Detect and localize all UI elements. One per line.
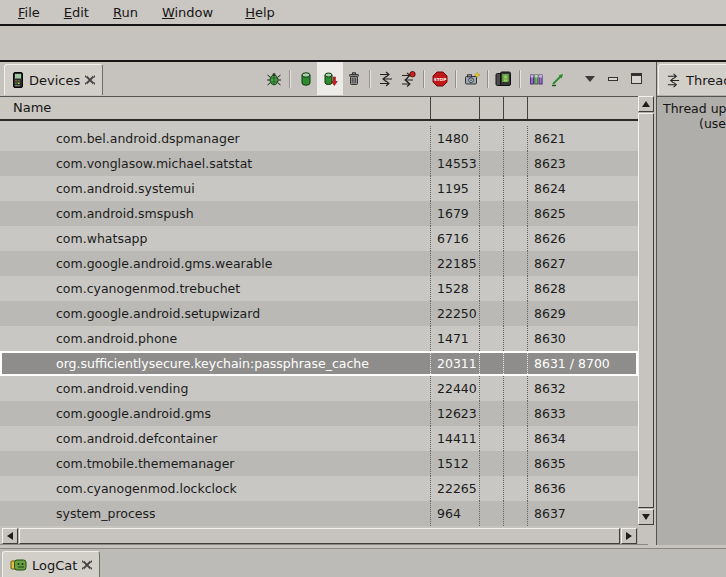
process-spacer-cell bbox=[479, 476, 503, 501]
column-header-port[interactable] bbox=[527, 97, 638, 119]
view-menu-icon bbox=[585, 76, 595, 82]
process-spacer-cell bbox=[503, 476, 527, 501]
process-pid-cell: 22185 bbox=[430, 251, 479, 276]
device-table-body: com.bel.android.dspmanager 1480 8621 com… bbox=[0, 121, 638, 526]
tab-logcat-label: LogCat bbox=[32, 558, 77, 573]
close-icon[interactable] bbox=[82, 560, 92, 570]
table-row[interactable]: system_process 964 8637 bbox=[0, 501, 638, 526]
screen-capture-button[interactable] bbox=[461, 66, 483, 92]
toolbar-separator bbox=[369, 70, 371, 88]
table-row[interactable]: com.android.vending 22440 8632 bbox=[0, 376, 638, 401]
empty-toolbar-strip bbox=[0, 28, 726, 60]
table-row[interactable]: com.android.defcontainer 14411 8634 bbox=[0, 426, 638, 451]
process-name: com.android.vending bbox=[56, 381, 188, 396]
table-row[interactable]: com.bel.android.dspmanager 1480 8621 bbox=[0, 126, 638, 151]
table-row[interactable]: com.whatsapp 6716 8626 bbox=[0, 226, 638, 251]
tab-logcat[interactable]: LogCat bbox=[2, 551, 100, 577]
maximize-button[interactable] bbox=[629, 66, 643, 92]
process-spacer-cell bbox=[479, 401, 503, 426]
menu-run[interactable]: Run bbox=[105, 3, 146, 22]
process-port: 8625 bbox=[534, 206, 566, 221]
column-header-name-label: Name bbox=[13, 100, 51, 115]
start-tracing-button[interactable] bbox=[547, 66, 569, 92]
debug-process-button[interactable] bbox=[263, 66, 285, 92]
process-pid-cell: 964 bbox=[430, 501, 479, 526]
table-row[interactable]: com.android.systemui 1195 8624 bbox=[0, 176, 638, 201]
process-spacer-cell bbox=[503, 126, 527, 151]
scroll-down-button[interactable] bbox=[638, 509, 654, 525]
cause-gc-button[interactable] bbox=[343, 66, 365, 92]
update-threads-button[interactable] bbox=[375, 66, 397, 92]
dump-hprof-button[interactable] bbox=[317, 62, 343, 95]
process-port-cell: 8635 bbox=[527, 451, 638, 476]
process-spacer-cell bbox=[479, 226, 503, 251]
process-port: 8636 bbox=[534, 481, 566, 496]
table-row[interactable]: com.android.phone 1471 8630 bbox=[0, 326, 638, 351]
process-name-cell: com.google.android.setupwizard bbox=[0, 301, 430, 326]
menu-window[interactable]: Window bbox=[154, 3, 221, 22]
table-row[interactable]: com.cyanogenmod.lockclock 22265 8636 bbox=[0, 476, 638, 501]
process-pid: 1480 bbox=[437, 131, 469, 146]
table-row[interactable]: com.google.android.setupwizard 22250 862… bbox=[0, 301, 638, 326]
method-profiling-icon bbox=[400, 71, 416, 87]
scroll-left-button[interactable] bbox=[2, 528, 18, 544]
table-row[interactable]: com.tmobile.thememanager 1512 8635 bbox=[0, 451, 638, 476]
column-header-pid[interactable] bbox=[430, 97, 479, 119]
process-pid-cell: 1512 bbox=[430, 451, 479, 476]
phone-icon bbox=[12, 72, 24, 88]
column-header-spacer2[interactable] bbox=[503, 97, 527, 119]
process-port-cell: 8633 bbox=[527, 401, 638, 426]
process-spacer-cell bbox=[503, 301, 527, 326]
tab-threads[interactable]: Threads bbox=[658, 64, 726, 95]
table-row[interactable]: com.google.android.gms.wearable 22185 86… bbox=[0, 251, 638, 276]
process-spacer-cell bbox=[503, 251, 527, 276]
stop-process-button[interactable]: STOP bbox=[429, 66, 451, 92]
ddms-window: File Edit Run Window Help Devices bbox=[0, 0, 726, 577]
column-header-spacer1[interactable] bbox=[479, 97, 503, 119]
process-name: com.android.defcontainer bbox=[56, 431, 217, 446]
close-icon[interactable] bbox=[85, 75, 95, 85]
menu-file[interactable]: File bbox=[10, 3, 48, 22]
process-port: 8626 bbox=[534, 231, 566, 246]
process-spacer-cell bbox=[503, 201, 527, 226]
table-row[interactable]: org.sufficientlysecure.keychain:passphra… bbox=[0, 351, 638, 376]
threads-message-line2: (use toolbar button to enable) bbox=[699, 116, 726, 131]
process-port: 8624 bbox=[534, 181, 566, 196]
column-header-name[interactable]: Name bbox=[0, 97, 430, 119]
trash-icon bbox=[346, 71, 362, 87]
process-port-cell: 8629 bbox=[527, 301, 638, 326]
scroll-right-button[interactable] bbox=[621, 528, 637, 544]
ui-hierarchy-button[interactable] bbox=[493, 66, 515, 92]
table-header: Name bbox=[0, 96, 638, 121]
table-row[interactable]: com.vonglasow.michael.satstat 14553 8623 bbox=[0, 151, 638, 176]
menu-edit[interactable]: Edit bbox=[56, 3, 97, 22]
process-port: 8637 bbox=[534, 506, 566, 521]
process-name-cell: com.android.systemui bbox=[0, 176, 430, 201]
horizontal-scroll-thumb[interactable] bbox=[19, 528, 620, 544]
process-port-cell: 8628 bbox=[527, 276, 638, 301]
view-menu-button[interactable] bbox=[583, 66, 597, 92]
vertical-scroll-thumb[interactable] bbox=[638, 113, 654, 508]
vertical-scrollbar[interactable] bbox=[638, 96, 654, 525]
table-row[interactable]: com.google.android.gms 12623 8633 bbox=[0, 401, 638, 426]
scroll-up-button[interactable] bbox=[638, 96, 654, 112]
menu-run-label: Run bbox=[113, 5, 138, 20]
dump-hprof-icon bbox=[322, 71, 338, 87]
menu-help[interactable]: Help bbox=[237, 3, 283, 22]
table-row[interactable]: com.cyanogenmod.trebuchet 1528 8628 bbox=[0, 276, 638, 301]
minimize-button[interactable] bbox=[606, 66, 620, 92]
method-profiling-button[interactable] bbox=[397, 66, 419, 92]
process-name-cell: com.whatsapp bbox=[0, 226, 430, 251]
process-port: 8631 / 8700 bbox=[534, 356, 610, 371]
table-row[interactable]: com.android.smspush 1679 8625 bbox=[0, 201, 638, 226]
tab-devices[interactable]: Devices bbox=[4, 64, 103, 95]
process-spacer-cell bbox=[503, 326, 527, 351]
horizontal-scrollbar[interactable] bbox=[2, 528, 638, 544]
update-heap-button[interactable] bbox=[295, 66, 317, 92]
process-port-cell: 8625 bbox=[527, 201, 638, 226]
menu-file-label: File bbox=[18, 5, 40, 20]
process-pid: 1512 bbox=[437, 456, 469, 471]
process-spacer-cell bbox=[503, 426, 527, 451]
sysinfo-button[interactable] bbox=[525, 66, 547, 92]
process-port-cell: 8634 bbox=[527, 426, 638, 451]
